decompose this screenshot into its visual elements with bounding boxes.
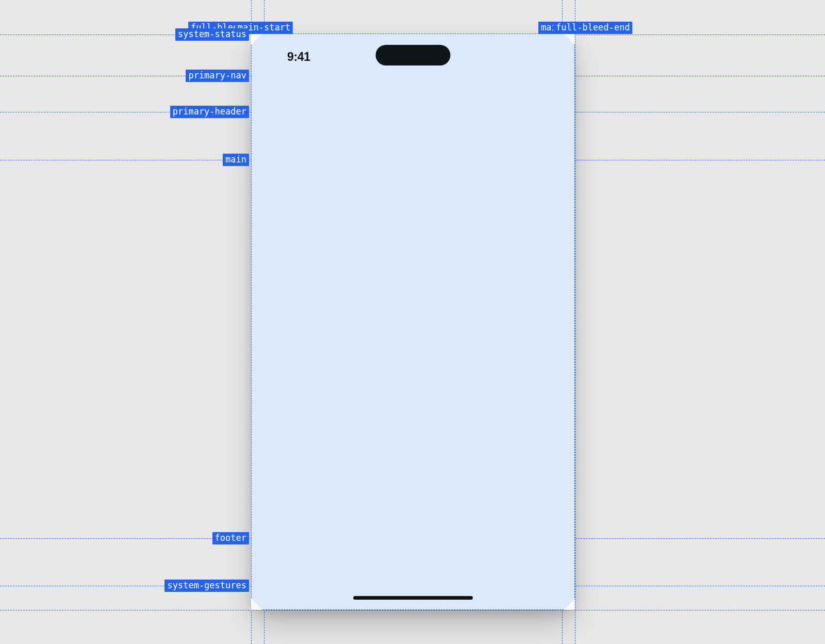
status-time: 9:41: [287, 50, 310, 64]
home-indicator: [353, 596, 473, 600]
hguide-bottom: [0, 610, 825, 610]
label-main: main: [223, 154, 249, 166]
label-full-bleed-end: full-bleed-end: [553, 22, 632, 34]
label-footer: footer: [212, 532, 249, 544]
layout-spec-canvas: 9:41 full-bleed-start main-start main-en…: [0, 0, 825, 644]
dynamic-island: [376, 45, 451, 65]
device-outline: [251, 34, 575, 610]
label-system-status: system-status: [175, 28, 249, 41]
corner-cut-bottom-right: [564, 599, 575, 610]
device-frame: 9:41: [251, 34, 575, 610]
corner-cut-bottom-left: [251, 599, 262, 610]
label-primary-nav: primary-nav: [186, 70, 249, 82]
label-system-gestures: system-gestures: [164, 580, 249, 592]
label-primary-header: primary-header: [170, 106, 249, 118]
vguide-full-bleed-end: [575, 0, 575, 644]
